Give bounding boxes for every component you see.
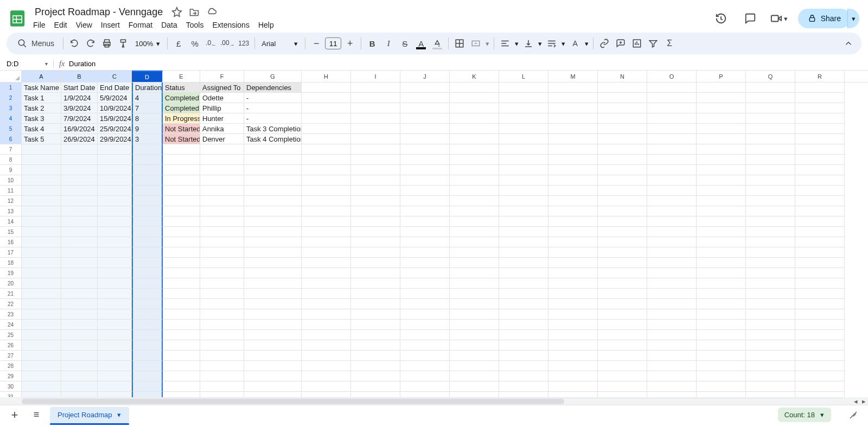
cell-J31[interactable]	[400, 392, 450, 397]
column-header-D[interactable]: D	[132, 71, 163, 82]
cell-I13[interactable]	[351, 206, 400, 217]
cell-J7[interactable]	[400, 144, 450, 155]
cell-Q31[interactable]	[746, 392, 795, 397]
collapse-toolbar-icon[interactable]	[841, 36, 856, 51]
cell-N17[interactable]	[598, 247, 647, 258]
cell-C18[interactable]	[98, 258, 132, 268]
cell-J28[interactable]	[400, 361, 450, 371]
sheet-tab-active[interactable]: Project Roadmap ▾	[50, 407, 129, 423]
cell-O16[interactable]	[647, 237, 697, 247]
cell-C10[interactable]	[98, 175, 132, 186]
cell-D20[interactable]	[132, 278, 163, 289]
cell-N31[interactable]	[598, 392, 647, 397]
cell-O17[interactable]	[647, 247, 697, 258]
cell-H23[interactable]	[302, 309, 351, 320]
row-header-7[interactable]: 7	[0, 144, 22, 155]
cell-I7[interactable]	[351, 144, 400, 155]
cell-N10[interactable]	[598, 175, 647, 186]
cell-A1[interactable]: Task Name	[22, 82, 61, 93]
cell-C13[interactable]	[98, 206, 132, 217]
cell-J16[interactable]	[400, 237, 450, 247]
cell-I20[interactable]	[351, 278, 400, 289]
cell-I4[interactable]	[351, 113, 400, 124]
vertical-align-button[interactable]: ▾	[521, 36, 543, 51]
cell-C4[interactable]: 15/9/2024	[98, 113, 132, 124]
cell-O4[interactable]	[647, 113, 697, 124]
cell-H3[interactable]	[302, 103, 351, 113]
cell-M28[interactable]	[548, 361, 598, 371]
cell-J13[interactable]	[400, 206, 450, 217]
cell-O20[interactable]	[647, 278, 697, 289]
cell-K28[interactable]	[450, 361, 499, 371]
strikethrough-button[interactable]: S	[397, 36, 412, 51]
cell-Q15[interactable]	[746, 227, 795, 237]
cell-P13[interactable]	[697, 206, 746, 217]
cell-P2[interactable]	[697, 93, 746, 103]
row-header-11[interactable]: 11	[0, 186, 22, 196]
cell-A13[interactable]	[22, 206, 61, 217]
cell-L25[interactable]	[499, 330, 548, 340]
cell-D10[interactable]	[132, 175, 163, 186]
cell-D30[interactable]	[132, 381, 163, 392]
cell-L7[interactable]	[499, 144, 548, 155]
cell-L29[interactable]	[499, 371, 548, 381]
increase-decimal-button[interactable]: .00→	[220, 36, 235, 51]
cell-A18[interactable]	[22, 258, 61, 268]
cell-Q25[interactable]	[746, 330, 795, 340]
cell-P19[interactable]	[697, 268, 746, 278]
menu-file[interactable]: File	[29, 18, 49, 31]
cell-F11[interactable]	[200, 186, 244, 196]
cell-E18[interactable]	[163, 258, 200, 268]
cell-M2[interactable]	[548, 93, 598, 103]
cell-K7[interactable]	[450, 144, 499, 155]
cell-G11[interactable]	[244, 186, 302, 196]
cell-Q23[interactable]	[746, 309, 795, 320]
cell-P30[interactable]	[697, 381, 746, 392]
cell-N5[interactable]	[598, 124, 647, 134]
insert-chart-button[interactable]	[629, 36, 644, 51]
cell-D26[interactable]	[132, 340, 163, 351]
cell-D6[interactable]: 3	[132, 134, 163, 144]
cell-C23[interactable]	[98, 309, 132, 320]
column-header-N[interactable]: N	[598, 71, 647, 82]
cell-J20[interactable]	[400, 278, 450, 289]
cell-E10[interactable]	[163, 175, 200, 186]
cell-L27[interactable]	[499, 351, 548, 361]
cell-P28[interactable]	[697, 361, 746, 371]
cell-J8[interactable]	[400, 155, 450, 165]
cell-H15[interactable]	[302, 227, 351, 237]
cell-J24[interactable]	[400, 320, 450, 330]
cell-G3[interactable]: -	[244, 103, 302, 113]
cell-I11[interactable]	[351, 186, 400, 196]
chevron-down-icon[interactable]: ▾	[116, 411, 122, 419]
cell-E7[interactable]	[163, 144, 200, 155]
cell-H22[interactable]	[302, 299, 351, 309]
cell-M20[interactable]	[548, 278, 598, 289]
cell-A30[interactable]	[22, 381, 61, 392]
cell-H29[interactable]	[302, 371, 351, 381]
row-header-1[interactable]: 1	[0, 82, 22, 93]
cell-N19[interactable]	[598, 268, 647, 278]
cell-O30[interactable]	[647, 381, 697, 392]
cell-N9[interactable]	[598, 165, 647, 175]
cell-I28[interactable]	[351, 361, 400, 371]
cell-H27[interactable]	[302, 351, 351, 361]
cell-O6[interactable]	[647, 134, 697, 144]
cell-Q10[interactable]	[746, 175, 795, 186]
cell-C2[interactable]: 5/9/2024	[98, 93, 132, 103]
menu-data[interactable]: Data	[157, 18, 181, 31]
cell-G18[interactable]	[244, 258, 302, 268]
cell-D21[interactable]	[132, 289, 163, 299]
cell-G21[interactable]	[244, 289, 302, 299]
cell-K11[interactable]	[450, 186, 499, 196]
cell-A17[interactable]	[22, 247, 61, 258]
cell-I19[interactable]	[351, 268, 400, 278]
decrease-font-size-button[interactable]: −	[309, 36, 324, 51]
cell-O23[interactable]	[647, 309, 697, 320]
cell-K8[interactable]	[450, 155, 499, 165]
cell-O25[interactable]	[647, 330, 697, 340]
cell-F19[interactable]	[200, 268, 244, 278]
cell-E19[interactable]	[163, 268, 200, 278]
cell-G14[interactable]	[244, 217, 302, 227]
cell-O1[interactable]	[647, 82, 697, 93]
